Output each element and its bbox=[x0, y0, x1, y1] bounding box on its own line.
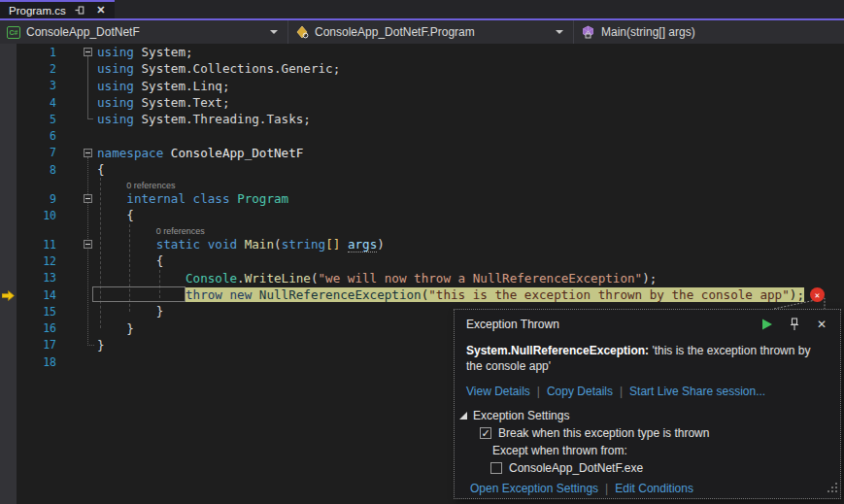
vs-editor-window: Program.cs ✕ C# ConsoleApp_DotNetF Conso… bbox=[0, 0, 844, 504]
codelens-references[interactable]: 0 references bbox=[0, 223, 844, 236]
fold-column bbox=[56, 286, 97, 303]
code-text[interactable]: { bbox=[97, 208, 134, 222]
code-text[interactable]: using System.Text; bbox=[97, 95, 230, 110]
code-text[interactable]: using System.Collections.Generic; bbox=[97, 61, 340, 76]
project-dropdown-label: ConsoleApp_DotNetF bbox=[26, 25, 140, 39]
pin-popup-icon[interactable] bbox=[788, 318, 801, 331]
line-number: 5 bbox=[0, 113, 56, 126]
code-line-7[interactable]: 7namespace ConsoleApp_DotNetF bbox=[0, 145, 844, 161]
fold-column bbox=[56, 270, 97, 286]
member-dropdown-label: Main(string[] args) bbox=[601, 25, 695, 39]
exception-settings-label: Exception Settings bbox=[473, 409, 569, 422]
code-line-3[interactable]: 3using System.Linq; bbox=[0, 78, 844, 94]
member-dropdown[interactable]: Main(string[] args) bbox=[574, 20, 844, 44]
link-separator: | bbox=[530, 385, 547, 398]
fold-column bbox=[56, 207, 97, 223]
fold-column bbox=[56, 190, 97, 207]
popup-title: Exception Thrown bbox=[466, 318, 747, 331]
code-text[interactable]: } bbox=[97, 304, 163, 319]
code-text[interactable]: Console.WriteLine("we will now throw a N… bbox=[97, 271, 657, 286]
code-text[interactable]: } bbox=[97, 321, 134, 336]
pin-tab-icon[interactable] bbox=[75, 5, 86, 17]
line-number: 6 bbox=[0, 129, 56, 143]
fold-column bbox=[56, 252, 97, 269]
codelens-references[interactable]: 0 references bbox=[0, 178, 844, 190]
close-tab-icon[interactable]: ✕ bbox=[95, 5, 107, 17]
code-line-8[interactable]: 8{ bbox=[0, 161, 844, 178]
code-line-2[interactable]: 2using System.Collections.Generic; bbox=[0, 60, 844, 77]
module-option-label: ConsoleApp_DotNetF.exe bbox=[509, 461, 643, 475]
fold-column bbox=[56, 337, 97, 353]
code-line-12[interactable]: 12 { bbox=[0, 252, 844, 269]
checkbox-checked-icon[interactable]: ✓ bbox=[480, 427, 491, 439]
line-number: 15 bbox=[0, 305, 56, 319]
exception-message: System.NullReferenceException: 'this is … bbox=[466, 343, 827, 374]
document-tab-strip bbox=[0, 0, 844, 18]
code-text[interactable]: { bbox=[97, 162, 105, 177]
link-start-live-share-session[interactable]: Start Live Share session... bbox=[629, 385, 765, 398]
break-option-row[interactable]: ✓ Break when this exception type is thro… bbox=[455, 426, 840, 440]
chevron-down-icon bbox=[270, 30, 278, 34]
exception-helper-popup: Exception Thrown ✕ System.NullReferenceE… bbox=[454, 309, 841, 499]
module-option-row[interactable]: ConsoleApp_DotNetF.exe bbox=[455, 461, 840, 475]
code-line-14[interactable]: 14 throw new NullReferenceException("thi… bbox=[0, 286, 844, 303]
code-text[interactable]: using System.Linq; bbox=[97, 79, 230, 93]
code-line-11[interactable]: 11 static void Main(string[] args) bbox=[0, 236, 844, 252]
link-separator: | bbox=[613, 385, 629, 398]
exception-type: System.NullReferenceException: bbox=[466, 344, 649, 357]
close-popup-icon[interactable]: ✕ bbox=[815, 318, 828, 331]
fold-column bbox=[56, 145, 97, 161]
code-text[interactable]: using System; bbox=[97, 45, 193, 59]
code-line-4[interactable]: 4using System.Text; bbox=[0, 94, 844, 111]
code-text[interactable]: throw new NullReferenceException("this i… bbox=[97, 287, 804, 302]
navigation-bar: C# ConsoleApp_DotNetF ConsoleApp_DotNetF… bbox=[0, 20, 844, 44]
fold-column bbox=[56, 60, 97, 77]
fold-column bbox=[56, 353, 97, 370]
code-text[interactable]: using System.Threading.Tasks; bbox=[97, 112, 311, 126]
code-text[interactable]: internal class Program bbox=[97, 191, 288, 206]
line-number: 3 bbox=[0, 79, 56, 92]
code-text[interactable]: namespace ConsoleApp_DotNetF bbox=[97, 146, 303, 160]
break-option-label: Break when this exception type is thrown bbox=[498, 426, 709, 440]
code-line-9[interactable]: 9 internal class Program bbox=[0, 190, 844, 207]
exception-settings-header[interactable]: Exception Settings bbox=[459, 409, 840, 422]
project-dropdown[interactable]: C# ConsoleApp_DotNetF bbox=[0, 20, 288, 44]
code-line-13[interactable]: 13 Console.WriteLine("we will now throw … bbox=[0, 270, 844, 286]
fold-column bbox=[56, 111, 97, 127]
continue-play-icon[interactable] bbox=[760, 318, 774, 331]
link-copy-details[interactable]: Copy Details bbox=[547, 385, 613, 398]
code-text[interactable]: static void Main(string[] args) bbox=[97, 237, 385, 252]
link-view-details[interactable]: View Details bbox=[466, 385, 530, 398]
collapse-region-icon[interactable] bbox=[84, 149, 92, 157]
checkbox-unchecked-icon[interactable] bbox=[490, 462, 502, 474]
code-line-10[interactable]: 10 { bbox=[0, 207, 844, 223]
code-line-5[interactable]: 5using System.Threading.Tasks; bbox=[0, 111, 844, 127]
code-text[interactable]: { bbox=[97, 253, 163, 268]
collapse-region-icon[interactable] bbox=[84, 194, 92, 203]
link-open-exception-settings[interactable]: Open Exception Settings bbox=[470, 482, 598, 495]
fold-column bbox=[56, 94, 97, 111]
code-text[interactable]: } bbox=[97, 338, 105, 353]
line-number: 18 bbox=[0, 355, 56, 369]
expander-collapse-icon[interactable] bbox=[459, 412, 467, 420]
fold-column bbox=[56, 127, 97, 144]
type-dropdown[interactable]: ConsoleApp_DotNetF.Program bbox=[288, 20, 574, 44]
resize-grip[interactable] bbox=[827, 482, 838, 496]
line-number: 13 bbox=[0, 271, 56, 285]
line-number: 8 bbox=[0, 163, 56, 177]
line-number: 7 bbox=[0, 146, 56, 159]
link-separator: | bbox=[598, 482, 615, 495]
code-line-1[interactable]: 1using System; bbox=[0, 44, 844, 60]
class-icon bbox=[295, 25, 309, 39]
exception-error-icon[interactable]: ✕ bbox=[810, 287, 825, 302]
tab-program-cs[interactable]: Program.cs ✕ bbox=[0, 0, 115, 18]
collapse-region-icon[interactable] bbox=[84, 48, 92, 56]
fold-column bbox=[56, 303, 97, 319]
type-dropdown-label: ConsoleApp_DotNetF.Program bbox=[315, 25, 475, 39]
code-line-6[interactable]: 6 bbox=[0, 127, 844, 144]
method-private-icon bbox=[581, 25, 595, 39]
link-edit-conditions[interactable]: Edit Conditions bbox=[615, 482, 693, 495]
exception-footer-links: Open Exception Settings|Edit Conditions bbox=[470, 482, 840, 495]
line-number: 10 bbox=[0, 209, 56, 222]
collapse-region-icon[interactable] bbox=[84, 240, 92, 249]
